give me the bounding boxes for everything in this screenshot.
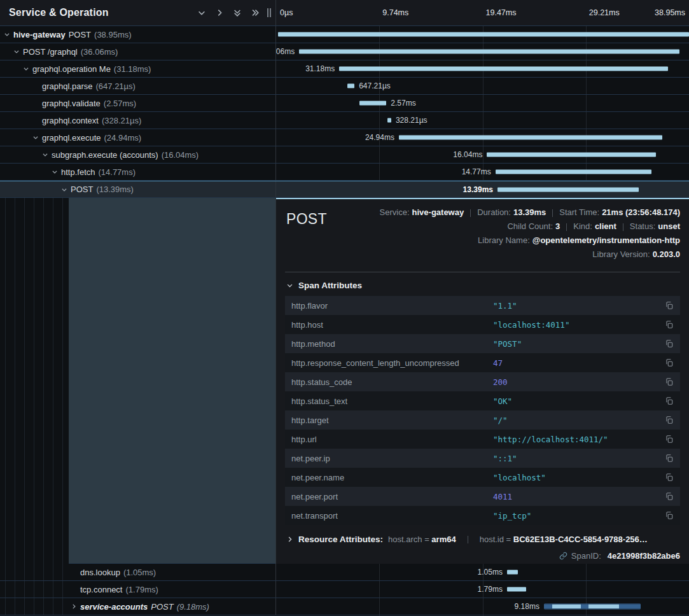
span-name: graphql.context [42,116,99,125]
chevron-right-icon[interactable] [71,603,77,610]
span-row-graphql-validate[interactable]: graphql.validate (2.57ms) 2.57ms [0,95,689,112]
span-bar[interactable] [496,170,651,174]
span-meta-line-1: Service:hive-gatewayDuration:13.39msStar… [380,206,680,220]
span-bar[interactable] [339,67,668,71]
bar-label: 36.06ms [276,47,295,56]
span-row-hive-gateway-post[interactable]: hive-gateway POST (38.95ms) [0,26,689,43]
copy-icon[interactable] [661,396,674,405]
span-duration: (13.39ms) [96,185,134,194]
span-bar[interactable] [347,84,354,88]
span-bar[interactable] [359,101,387,106]
span-row-post-graphql[interactable]: POST /graphql (36.06ms) 36.06ms [0,43,689,60]
chevron-down-icon[interactable] [52,169,58,175]
span-bar[interactable] [278,32,689,37]
copy-icon[interactable] [661,511,674,520]
chevron-down-icon[interactable] [23,66,29,72]
span-duration: (2.57ms) [104,99,136,108]
copy-icon[interactable] [661,301,674,310]
span-duration: (31.18ms) [114,64,151,74]
span-attributes-toggle[interactable]: Span Attributes [286,281,680,290]
attr-row: net.peer.ip"::1" [285,449,680,468]
chevron-down-icon[interactable] [42,151,48,158]
chevron-right-icon[interactable] [211,4,228,22]
attr-row: http.flavor"1.1" [285,296,680,315]
span-bar[interactable] [487,153,656,157]
span-name: subgraph.execute (accounts) [52,150,158,160]
copy-icon[interactable] [661,320,674,329]
span-row-graphql-execute[interactable]: graphql.execute (24.94ms) 24.94ms [0,129,689,146]
bar-label: 9.18ms [515,602,539,611]
copy-icon[interactable] [661,492,674,501]
span-meta: Service:hive-gatewayDuration:13.39msStar… [380,206,680,262]
copy-icon[interactable] [661,377,674,386]
span-row-graphql-parse[interactable]: graphql.parse (647.21µs) 647.21µs [0,78,689,95]
chevron-down-icon [286,282,293,289]
span-duration: (1.79ms) [126,585,158,594]
span-bar[interactable] [544,604,641,610]
waterfall-cell: 31.18ms [276,60,689,77]
span-bar[interactable] [387,118,391,123]
ruler-tick: 9.74ms [382,8,408,17]
copy-icon[interactable] [661,416,674,424]
span-bar[interactable] [507,587,526,592]
span-name: graphql.validate [42,99,101,108]
span-title: POST [286,211,327,228]
span-bar[interactable] [299,50,679,54]
span-row-graphql-operation-me[interactable]: graphql.operation Me (31.18ms) 31.18ms [0,60,689,78]
span-bar[interactable] [507,570,518,575]
copy-icon[interactable] [661,473,674,482]
ruler-tick: 0µs [280,8,293,17]
copy-icon[interactable] [661,339,674,348]
attr-row: http.response_content_length_uncompresse… [285,353,680,372]
span-duration: (14.77ms) [98,167,136,177]
ruler-tick: 38.95ms [655,8,685,17]
bar-label: 14.77ms [462,167,491,176]
span-row-dns-lookup[interactable]: dns.lookup (1.05ms) 1.05ms [0,564,689,581]
span-name: graphql.operation Me [32,64,111,74]
chevron-down-icon[interactable] [4,31,10,38]
span-meta-line-4: Library Version:0.203.0 [380,248,680,262]
attr-row: http.host"localhost:4011" [285,315,680,334]
span-row-post-selected[interactable]: POST (13.39ms) 13.39ms [0,181,689,198]
span-name: POST /graphql [23,47,78,57]
span-bar[interactable] [498,187,639,192]
link-icon[interactable] [559,552,567,560]
chevron-down-icon[interactable] [32,134,39,141]
span-service: hive-gateway [13,30,66,39]
span-row-service-accounts-post[interactable]: service-accounts POST (9.18ms) 9.18ms [0,598,689,615]
waterfall-cell: 9.18ms [276,598,689,615]
span-row-http-fetch[interactable]: http.fetch (14.77ms) 14.77ms [0,164,689,181]
resource-attributes-toggle[interactable]: Resource Attributes: host.arch = arm64 h… [286,535,680,544]
span-attributes-table: http.flavor"1.1" http.host"localhost:401… [285,296,680,525]
span-row-tcp-connect[interactable]: tcp.connect (1.79ms) 1.79ms [0,581,689,598]
ruler-tick: 19.47ms [486,8,517,17]
chevrons-down-icon[interactable] [228,4,246,22]
copy-icon[interactable] [661,358,674,367]
chevron-down-icon[interactable] [193,4,211,22]
span-name: graphql.execute [42,133,101,143]
span-meta-line-3: Library Name:@opentelemetry/instrumentat… [380,234,680,248]
span-row-subgraph-execute-accounts[interactable]: subgraph.execute (accounts) (16.04ms) 16… [0,146,689,164]
attr-row: http.status_text"OK" [285,391,680,410]
span-name: POST [71,185,93,194]
waterfall-cell: 2.57ms [276,95,689,111]
span-detail-panel: POST Service:hive-gatewayDuration:13.39m… [276,198,689,564]
copy-icon[interactable] [661,454,674,463]
span-duration: (9.18ms) [177,602,209,612]
span-name: graphql.parse [42,81,93,91]
tree-header: Service & Operation [0,0,276,25]
bar-label: 328.21µs [396,116,428,125]
span-service: service-accounts [80,602,148,612]
chevron-down-icon[interactable] [13,48,20,55]
panel-resize-grip[interactable] [265,4,273,22]
span-attributes-title: Span Attributes [298,281,362,290]
span-duration: (24.94ms) [104,133,142,143]
header-bar: Service & Operation 0µs 9.74ms 19.47ms 2… [0,0,689,26]
chevron-down-icon[interactable] [61,186,67,193]
chevrons-right-icon[interactable] [246,4,264,22]
copy-icon[interactable] [661,435,674,444]
span-row-graphql-context[interactable]: graphql.context (328.21µs) 328.21µs [0,112,689,129]
span-bar[interactable] [399,136,662,140]
attr-row: net.peer.name"localhost" [285,468,680,487]
bar-label: 16.04ms [453,150,482,159]
